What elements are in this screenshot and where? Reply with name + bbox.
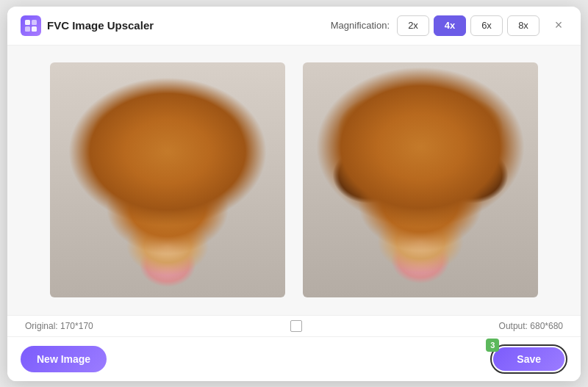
original-size-label: Original: 170*170 [25, 321, 93, 331]
original-image-panel [50, 62, 285, 297]
output-image-panel [303, 62, 538, 297]
app-title: FVC Image Upscaler [47, 19, 331, 32]
content-area [7, 46, 581, 315]
magnification-label: Magnification: [331, 20, 390, 31]
svg-rect-3 [32, 26, 37, 32]
original-dog-image [50, 62, 285, 297]
bottom-bar: New Image 3 Save [7, 336, 581, 381]
svg-rect-2 [25, 26, 30, 32]
mag-6x-button[interactable]: 6x [470, 15, 503, 36]
magnification-buttons: 2x 4x 6x 8x [397, 15, 539, 36]
svg-rect-0 [25, 20, 30, 25]
save-button[interactable]: Save [493, 347, 564, 371]
titlebar: FVC Image Upscaler Magnification: 2x 4x … [7, 7, 581, 46]
expand-icon-area [93, 320, 499, 332]
save-badge: 3 [486, 339, 499, 352]
expand-icon [290, 320, 302, 332]
mag-2x-button[interactable]: 2x [397, 15, 429, 36]
mag-8x-button[interactable]: 8x [507, 15, 539, 36]
status-bar: Original: 170*170 Output: 680*680 [7, 315, 581, 336]
mag-4x-button[interactable]: 4x [434, 15, 466, 36]
svg-rect-1 [32, 20, 37, 25]
save-area: 3 Save [490, 344, 567, 374]
new-image-button[interactable]: New Image [21, 346, 107, 372]
output-dog-image [303, 62, 538, 297]
app-logo-icon [21, 15, 41, 36]
output-size-label: Output: 680*680 [499, 321, 563, 331]
save-button-wrapper: Save [490, 344, 567, 374]
close-button[interactable]: × [550, 17, 567, 35]
app-window: FVC Image Upscaler Magnification: 2x 4x … [7, 7, 581, 381]
